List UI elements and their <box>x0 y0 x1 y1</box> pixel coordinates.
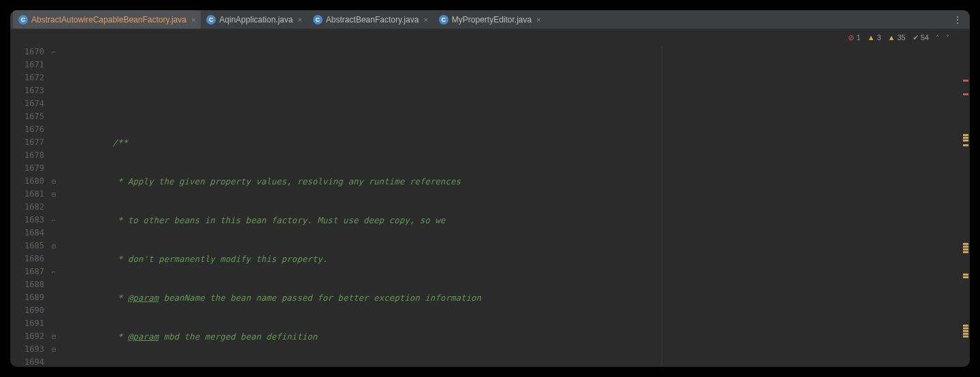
warning-count: 35 <box>898 33 906 42</box>
line-number: 1683 <box>10 214 44 227</box>
inspections-bar: ⊘ 1 ▲ 3 ▲ 35 ✔ 54 ˄ ˅ <box>10 29 970 46</box>
fold-toggle[interactable]: ⊟ <box>52 343 56 356</box>
tab-aqinapplication[interactable]: C AqinApplication.java × <box>201 10 308 29</box>
stripe-warning[interactable] <box>963 140 968 142</box>
right-margin <box>662 46 662 367</box>
line-number: 1679 <box>10 162 44 175</box>
fold-column: ⌐⊟⊟⌐⊟⌐⊟⊟ <box>51 46 59 367</box>
code-line: * to other beans in this bean factory. M… <box>59 214 962 227</box>
code-area[interactable]: /** * Apply the given property values, r… <box>59 46 962 367</box>
line-number: 1671 <box>10 59 44 71</box>
line-number: 1685 <box>10 240 44 252</box>
line-number: 1680 <box>10 175 44 188</box>
tab-abstractautowire[interactable]: C AbstractAutowireCapableBeanFactory.jav… <box>13 10 201 29</box>
line-number: 1678 <box>10 149 44 162</box>
stripe-warning[interactable] <box>963 327 968 329</box>
line-number: 1694 <box>10 356 44 367</box>
stripe-warning[interactable] <box>963 330 968 332</box>
line-number: 1670 <box>10 46 44 59</box>
line-number: 1691 <box>10 317 44 330</box>
tab-label: AbstractBeanFactory.java <box>326 15 419 24</box>
line-number: 1682 <box>10 201 44 214</box>
line-number: 1692 <box>10 330 44 343</box>
class-icon: C <box>206 15 216 24</box>
stripe-warning[interactable] <box>963 325 968 327</box>
line-number: 1677 <box>10 136 44 149</box>
chevron-up-icon[interactable]: ˄ <box>936 34 939 42</box>
tab-label: MyPropertyEditor.java <box>452 15 532 24</box>
editor-body: 1670167116721673167416751676167716781679… <box>10 46 970 367</box>
line-number: 1688 <box>10 278 44 291</box>
stripe-warning[interactable] <box>963 144 968 146</box>
ok-indicator[interactable]: ✔ 54 <box>913 33 929 42</box>
check-icon: ✔ <box>913 33 919 42</box>
line-number: 1673 <box>10 84 44 97</box>
error-icon: ⊘ <box>848 33 854 42</box>
code-line: /** <box>59 136 962 149</box>
code-line <box>59 97 962 110</box>
editor-window: C AbstractAutowireCapableBeanFactory.jav… <box>10 10 970 367</box>
line-number: 1672 <box>10 71 44 84</box>
code-line: * @param beanName the bean name passed f… <box>59 291 962 304</box>
stripe-warning[interactable] <box>963 246 968 248</box>
stripe-warning[interactable] <box>963 134 968 136</box>
warning-icon: ▲ <box>868 33 875 42</box>
code-line: * @param mbd the merged bean definition <box>59 330 962 343</box>
stripe-warning[interactable] <box>963 274 968 276</box>
warning-icon: ▲ <box>888 33 896 42</box>
fold-toggle[interactable]: ⊟ <box>52 240 56 252</box>
tab-label: AqinApplication.java <box>219 15 293 24</box>
error-stripe[interactable] <box>962 46 970 367</box>
warning-high-count: 3 <box>877 33 881 42</box>
tab-abstractbeanfactory[interactable]: C AbstractBeanFactory.java × <box>308 10 434 29</box>
class-icon: C <box>439 15 448 24</box>
line-number: 1681 <box>10 188 44 201</box>
chevron-down-icon[interactable]: ˅ <box>946 34 949 42</box>
stripe-warning[interactable] <box>963 333 968 335</box>
line-number: 1690 <box>10 304 44 317</box>
stripe-warning[interactable] <box>963 243 968 245</box>
stripe-warning[interactable] <box>963 335 968 338</box>
warnings-high-indicator[interactable]: ▲ 3 <box>868 33 881 42</box>
stripe-warning[interactable] <box>963 248 968 250</box>
line-number: 1676 <box>10 123 44 136</box>
tab-bar: C AbstractAutowireCapableBeanFactory.jav… <box>10 10 970 29</box>
fold-toggle[interactable]: ⌐ <box>52 214 56 227</box>
class-icon: C <box>313 15 323 24</box>
ok-count: 54 <box>921 33 929 42</box>
line-gutter: 1670167116721673167416751676167716781679… <box>10 46 51 367</box>
stripe-error[interactable] <box>963 80 968 82</box>
line-number: 1693 <box>10 343 44 356</box>
class-icon: C <box>18 15 28 24</box>
line-number: 1687 <box>10 265 44 278</box>
tab-label: AbstractAutowireCapableBeanFactory.java <box>31 15 186 24</box>
stripe-warning[interactable] <box>963 251 968 253</box>
line-number: 1686 <box>10 252 44 265</box>
code-line: * Apply the given property values, resol… <box>59 175 962 188</box>
line-number: 1689 <box>10 291 44 304</box>
close-icon[interactable]: × <box>191 16 195 24</box>
warnings-indicator[interactable]: ▲ 35 <box>888 33 906 42</box>
code-line: * don't permanently modify this property… <box>59 252 962 265</box>
stripe-warning[interactable] <box>963 137 968 139</box>
close-icon[interactable]: × <box>536 16 540 24</box>
fold-toggle[interactable]: ⊟ <box>52 188 56 201</box>
close-icon[interactable]: × <box>423 16 427 24</box>
line-number: 1675 <box>10 110 44 123</box>
errors-indicator[interactable]: ⊘ 1 <box>848 33 860 42</box>
close-icon[interactable]: × <box>297 16 301 24</box>
fold-toggle[interactable]: ⊟ <box>52 175 56 188</box>
tab-mypropertyeditor[interactable]: C MyPropertyEditor.java × <box>434 10 546 29</box>
fold-toggle[interactable]: ⌐ <box>52 265 56 278</box>
fold-toggle[interactable]: ⌐ <box>52 46 56 59</box>
fold-toggle[interactable]: ⊟ <box>52 330 56 343</box>
stripe-error[interactable] <box>963 93 968 95</box>
stripe-warning[interactable] <box>963 276 968 278</box>
kebab-icon[interactable]: ⋮ <box>953 14 963 25</box>
line-number: 1674 <box>10 97 44 110</box>
error-count: 1 <box>856 33 860 42</box>
line-number: 1684 <box>10 227 44 240</box>
